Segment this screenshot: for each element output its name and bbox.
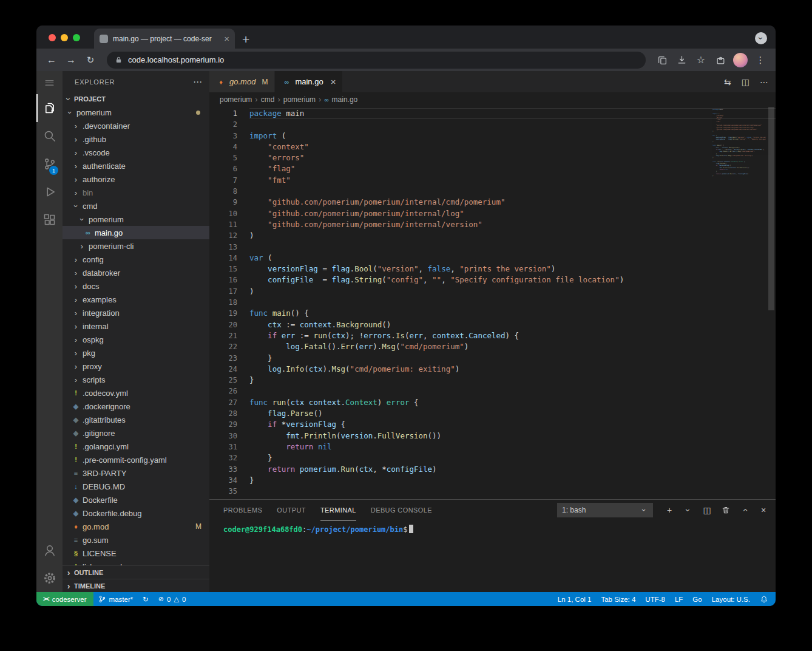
language-item[interactable]: Go bbox=[688, 592, 706, 606]
close-panel-icon[interactable]: × bbox=[759, 505, 768, 515]
code-line[interactable]: 32 } bbox=[209, 452, 776, 463]
editor-tab-go.mod[interactable]: ♦go.modM bbox=[209, 71, 275, 92]
code-line[interactable]: 1package main bbox=[209, 108, 776, 119]
new-tab-button[interactable]: + bbox=[242, 33, 249, 46]
line-number[interactable]: 26 bbox=[209, 386, 237, 397]
code-line[interactable]: 23 } bbox=[209, 353, 776, 364]
line-number[interactable]: 25 bbox=[209, 375, 237, 386]
tree-item-docs[interactable]: ›docs bbox=[63, 279, 209, 293]
tree-item-Dockerfile[interactable]: ◈Dockerfile bbox=[63, 493, 209, 506]
code-line[interactable]: 15 versionFlag = flag.Bool("version", fa… bbox=[209, 264, 776, 274]
browser-tab[interactable]: main.go — project — code-ser × bbox=[94, 29, 235, 49]
code-line[interactable]: 26 bbox=[209, 386, 776, 397]
terminal-shell-select[interactable]: 1: bash › bbox=[557, 503, 653, 517]
panel-tab-output[interactable]: OUTPUT bbox=[277, 500, 306, 520]
tree-item-DEBUG.MD[interactable]: ↓DEBUG.MD bbox=[63, 480, 209, 493]
editor-scrollbar-thumb[interactable] bbox=[768, 107, 774, 310]
code-line[interactable]: 20 ctx := context.Background() bbox=[209, 319, 776, 330]
explorer-more-actions-icon[interactable]: ⋯ bbox=[193, 77, 202, 87]
tab-size-item[interactable]: Tab Size: 4 bbox=[596, 592, 640, 606]
keyboard-layout-item[interactable]: Layout: U.S. bbox=[707, 592, 755, 606]
tree-item-.devcontainer[interactable]: ›.devcontainer bbox=[63, 119, 209, 132]
code-line[interactable]: 3import ( bbox=[209, 131, 776, 141]
code-line[interactable]: 18 bbox=[209, 297, 776, 308]
tree-item-pomerium[interactable]: ›pomerium bbox=[63, 213, 209, 226]
tree-item-LICENSE[interactable]: §LICENSE bbox=[63, 547, 209, 560]
tree-item-authorize[interactable]: ›authorize bbox=[63, 172, 209, 186]
tree-item-pomerium-cli[interactable]: ›pomerium-cli bbox=[63, 239, 209, 253]
tree-item-internal[interactable]: ›internal bbox=[63, 319, 209, 333]
browser-menu-icon[interactable]: ⋮ bbox=[751, 52, 770, 69]
breadcrumb-item[interactable]: main.go bbox=[332, 95, 358, 104]
search-button[interactable] bbox=[36, 122, 63, 150]
line-number[interactable]: 5 bbox=[209, 152, 237, 163]
tree-item-.github[interactable]: ›.github bbox=[63, 132, 209, 146]
code-line[interactable]: 4 "context" bbox=[209, 141, 776, 152]
timeline-section-header[interactable]: › TIMELINE bbox=[63, 579, 209, 592]
code-line[interactable]: 25} bbox=[209, 375, 776, 386]
close-tab-icon[interactable]: × bbox=[224, 33, 229, 44]
close-tab-icon[interactable]: × bbox=[331, 77, 336, 87]
git-branch-item[interactable]: master* bbox=[93, 592, 138, 606]
tree-item-pkg[interactable]: ›pkg bbox=[63, 346, 209, 360]
breadcrumb-item[interactable]: cmd bbox=[261, 95, 275, 104]
line-number[interactable]: 9 bbox=[209, 197, 237, 208]
terminal[interactable]: coder@929f14a68fd0:~/project/pomerium/bi… bbox=[209, 520, 776, 592]
tree-item-proxy[interactable]: ›proxy bbox=[63, 360, 209, 373]
outline-section-header[interactable]: › OUTLINE bbox=[63, 565, 209, 579]
panel-tab-debug-console[interactable]: DEBUG CONSOLE bbox=[371, 500, 432, 520]
minimize-window-button[interactable] bbox=[61, 34, 68, 41]
close-window-button[interactable] bbox=[49, 34, 56, 41]
tree-item-.gitignore[interactable]: ◆.gitignore bbox=[63, 426, 209, 440]
split-terminal-icon[interactable]: ◫ bbox=[702, 505, 712, 515]
eol-item[interactable]: LF bbox=[670, 592, 688, 606]
tree-item-.codecov.yml[interactable]: !.codecov.yml bbox=[63, 386, 209, 400]
code-line[interactable]: 5 "errors" bbox=[209, 152, 776, 163]
tree-item-ospkg[interactable]: ›ospkg bbox=[63, 333, 209, 346]
line-number[interactable]: 21 bbox=[209, 330, 237, 341]
code-line[interactable]: 33 return pomerium.Run(ctx, *configFile) bbox=[209, 464, 776, 475]
line-number[interactable]: 15 bbox=[209, 264, 237, 274]
line-number[interactable]: 16 bbox=[209, 274, 237, 285]
code-line[interactable]: 13 bbox=[209, 242, 776, 253]
tree-item-databroker[interactable]: ›databroker bbox=[63, 266, 209, 279]
account-button[interactable] bbox=[36, 536, 63, 564]
line-number[interactable]: 28 bbox=[209, 408, 237, 419]
code-line[interactable]: 29 if *versionFlag { bbox=[209, 419, 776, 430]
tree-item-Dockerfile.debug[interactable]: ◈Dockerfile.debug bbox=[63, 506, 209, 520]
line-number[interactable]: 24 bbox=[209, 364, 237, 375]
kill-terminal-icon[interactable] bbox=[721, 506, 731, 514]
tree-item-3RD-PARTY[interactable]: ≡3RD-PARTY bbox=[63, 466, 209, 480]
code-line[interactable]: 21 if err := run(ctx); !errors.Is(err, c… bbox=[209, 330, 776, 341]
code-line[interactable]: 9 "github.com/pomerium/pomerium/internal… bbox=[209, 197, 776, 208]
tree-item-main.go[interactable]: ∞main.go bbox=[63, 226, 209, 239]
line-number[interactable]: 29 bbox=[209, 419, 237, 430]
maximize-panel-icon[interactable]: › bbox=[740, 505, 749, 515]
breadcrumb-item[interactable]: pomerium bbox=[220, 95, 252, 104]
line-number[interactable]: 11 bbox=[209, 219, 237, 230]
panel-tab-problems[interactable]: PROBLEMS bbox=[223, 500, 262, 520]
tree-item-scripts[interactable]: ›scripts bbox=[63, 373, 209, 386]
run-debug-button[interactable] bbox=[36, 178, 63, 206]
code-line[interactable]: 27func run(ctx context.Context) error { bbox=[209, 397, 776, 408]
profile-avatar[interactable] bbox=[733, 53, 748, 67]
code-line[interactable]: 14var ( bbox=[209, 253, 776, 264]
remote-indicator[interactable]: >< codeserver bbox=[36, 592, 93, 606]
line-number[interactable]: 27 bbox=[209, 397, 237, 408]
tree-item-.pre-commit-config.yaml[interactable]: !.pre-commit-config.yaml bbox=[63, 453, 209, 466]
code-line[interactable]: 8 bbox=[209, 186, 776, 197]
bookmark-star-icon[interactable]: ☆ bbox=[692, 52, 710, 69]
reload-button[interactable]: ↻ bbox=[81, 52, 100, 69]
tab-search-button[interactable]: › bbox=[755, 32, 767, 44]
install-app-icon[interactable] bbox=[672, 52, 691, 69]
line-number[interactable]: 7 bbox=[209, 175, 237, 186]
open-changes-icon[interactable]: ⇆ bbox=[724, 77, 731, 87]
code-line[interactable]: 7 "fmt" bbox=[209, 175, 776, 186]
terminal-profile-chevron-icon[interactable]: › bbox=[684, 505, 692, 515]
line-number[interactable]: 35 bbox=[209, 486, 237, 497]
extensions-puzzle-icon[interactable] bbox=[711, 52, 729, 69]
line-number[interactable]: 33 bbox=[209, 464, 237, 475]
line-number[interactable]: 18 bbox=[209, 297, 237, 308]
line-number[interactable]: 22 bbox=[209, 341, 237, 352]
code-line[interactable]: 34} bbox=[209, 475, 776, 486]
